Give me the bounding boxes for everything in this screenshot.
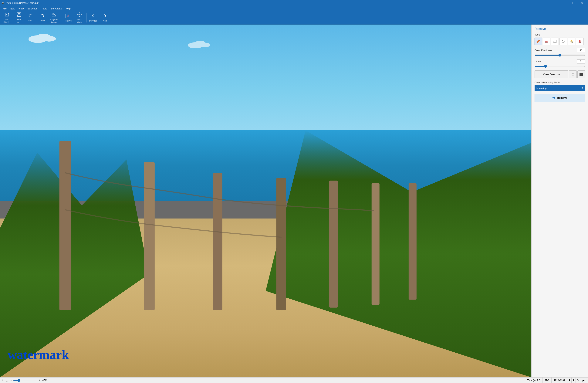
menu-item-edit[interactable]: Edit	[8, 7, 16, 11]
object-removing-mode-label: Object Removing Mode	[535, 81, 585, 84]
toolbar-btn-batch-mode[interactable]: BatchMode	[74, 12, 85, 24]
toolbar-icon-next	[103, 13, 107, 19]
toolbar-label-batch-mode: Mode	[77, 21, 82, 23]
toolbar-btn-add-files[interactable]: AddFile(s)...	[1, 12, 13, 24]
app-icon: 📷	[1, 2, 4, 4]
toolbar-icon-remove	[65, 13, 70, 19]
toolbar-btn-next[interactable]: Next	[99, 12, 111, 24]
toolbar-label-remove: Remove	[64, 20, 72, 22]
tool-pencil[interactable]	[535, 38, 542, 45]
maximize-button[interactable]: □	[569, 0, 578, 6]
status-info-icon[interactable]: ℹ	[567, 378, 571, 383]
toolbar-label-undo: Undo	[28, 20, 33, 22]
object-removing-mode-select[interactable]: Inpainting Content-Aware Fill Texture Sy…	[535, 85, 580, 91]
beach-scene: watermark	[0, 24, 531, 377]
menu-item-softorbits[interactable]: SoftOrbits	[49, 7, 64, 11]
toolbar-separator	[61, 13, 61, 22]
title-bar-controls: ─ □ ✕	[560, 0, 587, 6]
dilate-value[interactable]	[577, 59, 585, 64]
clear-selection-button[interactable]: Clear Selection	[535, 70, 568, 78]
svg-rect-16	[213, 173, 222, 311]
toolbar-icon-undo	[28, 14, 33, 19]
load-mask-button[interactable]: ⬛	[577, 70, 585, 78]
status-left: ℹ ⬚ − + 47%	[2, 379, 525, 382]
tool-magic-wand[interactable]	[568, 38, 575, 45]
clouds2	[186, 39, 214, 50]
action-row: Clear Selection ⬚ ⬛	[535, 70, 585, 78]
close-button[interactable]: ✕	[578, 0, 587, 6]
svg-rect-18	[329, 181, 338, 308]
zoom-out-button[interactable]: −	[10, 379, 12, 382]
color-fuzziness-value[interactable]	[577, 48, 585, 52]
toolbar-btn-previous[interactable]: Previous	[88, 12, 99, 24]
toolbar-btn-original-image[interactable]: OriginalImage	[48, 12, 60, 24]
toolbar: AddFile(s)...Saveas...UndoRedoOriginalIm…	[0, 11, 588, 24]
color-fuzziness-slider[interactable]	[535, 55, 585, 56]
remove-arrow-icon: ➡	[552, 96, 555, 100]
toolbar-btn-save-as[interactable]: Saveas...	[13, 12, 24, 24]
toolbar-label-add-files: Add	[5, 18, 9, 21]
svg-rect-3	[18, 15, 20, 16]
dropdown-arrow-icon[interactable]: ▼	[580, 85, 585, 91]
menu-item-file[interactable]: File	[1, 7, 8, 11]
svg-point-13	[200, 43, 210, 47]
toolbar-label-original-image: Original	[50, 18, 58, 21]
tool-lasso[interactable]	[560, 38, 567, 45]
title-bar-left: 📷 Photo Stamp Remover - thin.jpg*	[1, 2, 39, 4]
toolbar-icon-add-files	[5, 12, 10, 18]
toolbar-label-previous: Previous	[89, 20, 97, 22]
dilate-row: Dilate	[535, 59, 585, 64]
save-mask-icon: ⬚	[572, 72, 574, 76]
status-icon-info[interactable]: ℹ	[2, 379, 4, 382]
status-right: Time (s): 2.0 JPG 1920x1281 ℹ f 𝕏 ▶	[525, 378, 586, 383]
main-layout: watermark Remove Tools Color Fuzziness D…	[0, 24, 588, 377]
zoom-slider[interactable]	[13, 380, 38, 381]
svg-point-5	[53, 13, 54, 14]
status-facebook-icon[interactable]: f	[571, 378, 576, 383]
dilate-slider[interactable]	[535, 66, 585, 67]
tool-rect-select[interactable]	[551, 38, 559, 45]
toolbar-label-batch-mode: Batch	[77, 18, 82, 21]
menu-item-view[interactable]: View	[16, 7, 25, 11]
svg-point-27	[579, 40, 580, 41]
status-rect-select[interactable]: ⬚	[5, 379, 8, 382]
tool-stamp[interactable]	[576, 38, 584, 45]
svg-rect-2	[18, 13, 20, 14]
save-mask-button[interactable]: ⬚	[569, 70, 577, 78]
svg-rect-15	[144, 162, 155, 311]
status-play-icon[interactable]: ▶	[581, 378, 586, 383]
color-fuzziness-label: Color Fuzziness	[535, 49, 552, 52]
dilate-slider-container	[535, 64, 585, 67]
toolbar-btn-remove[interactable]: Remove	[62, 12, 73, 24]
toolbar-label-redo: Redo	[40, 20, 45, 22]
toolbar-btn-redo[interactable]: Redo	[37, 12, 48, 24]
clouds	[27, 32, 64, 47]
toolbar-label-next: Next	[103, 20, 107, 22]
menu-item-help[interactable]: Help	[64, 7, 72, 11]
toolbar-icon-redo	[40, 14, 44, 19]
title-bar: 📷 Photo Stamp Remover - thin.jpg* ─ □ ✕	[0, 0, 588, 6]
svg-rect-4	[52, 13, 56, 16]
status-twitter-icon[interactable]: 𝕏	[576, 378, 581, 383]
svg-rect-14	[59, 141, 71, 310]
status-bar: ℹ ⬚ − + 47% Time (s): 2.0 JPG 1920x1281 …	[0, 377, 588, 383]
svg-rect-22	[545, 41, 547, 43]
mode-dropdown-row: Inpainting Content-Aware Fill Texture Sy…	[535, 85, 585, 91]
svg-rect-17	[276, 178, 286, 310]
zoom-in-button[interactable]: +	[38, 379, 41, 382]
toolbar-btn-undo: Undo	[25, 12, 36, 24]
remove-button[interactable]: ➡ Remove	[535, 94, 585, 102]
menu-item-selection[interactable]: Selection	[25, 7, 39, 11]
toolbar-separator	[86, 13, 86, 22]
menu-item-tools[interactable]: Tools	[40, 7, 49, 11]
tool-eraser[interactable]	[543, 38, 550, 45]
toolbar-icon-previous	[91, 13, 96, 19]
color-fuzziness-row: Color Fuzziness	[535, 48, 585, 52]
toolbar-icon-batch-mode	[77, 12, 82, 18]
panel-title: Remove	[535, 27, 585, 31]
zoom-percent: 47%	[42, 379, 47, 382]
canvas-area: watermark	[0, 24, 531, 377]
toolbar-label-save-as: as...	[17, 21, 21, 23]
minimize-button[interactable]: ─	[560, 0, 569, 6]
color-fuzziness-slider-container	[535, 53, 585, 56]
